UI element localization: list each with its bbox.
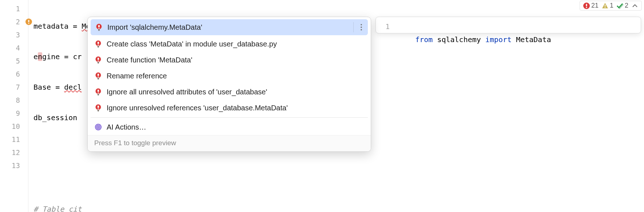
code-line (33, 172, 644, 185)
intention-label: Ignore all unresolved attributes of 'use… (107, 88, 267, 96)
dots-vertical-icon (360, 24, 363, 30)
error-icon (583, 2, 590, 9)
quickfix-preview-panel: 1 from sqlalchemy import MetaData (375, 17, 641, 33)
line-number[interactable]: 9 (0, 107, 28, 120)
inspection-widget[interactable]: 21 1 2 (580, 1, 642, 11)
intention-actions-popup: Import 'sqlalchemy.MetaData' Create clas… (87, 17, 371, 152)
bulb-icon (94, 40, 102, 48)
errors-count: 21 (591, 2, 599, 9)
line-number[interactable]: 1 (0, 2, 28, 15)
line-number[interactable]: 6 (0, 68, 28, 81)
intention-label: Create function 'MetaData' (107, 56, 192, 64)
line-number[interactable]: 4 (0, 41, 28, 54)
line-number[interactable]: 11 (0, 133, 28, 146)
errors-badge[interactable]: 21 (583, 2, 599, 9)
intention-label: AI Actions… (107, 123, 146, 131)
more-options-button[interactable] (353, 22, 363, 32)
intention-label: Rename reference (107, 72, 167, 80)
intention-item-import[interactable]: Import 'sqlalchemy.MetaData' (91, 19, 368, 35)
bulb-icon (94, 56, 102, 64)
intention-item-ignore-refs[interactable]: Ignore unresolved references 'user_datab… (88, 100, 371, 116)
check-icon (616, 2, 624, 9)
preview-code: from sqlalchemy import MetaData (395, 17, 551, 30)
popup-footer-hint: Press F1 to toggle preview (88, 135, 371, 151)
bulb-icon (94, 72, 102, 80)
line-number[interactable]: 12 (0, 146, 28, 159)
bulb-icon (94, 88, 102, 96)
line-number[interactable]: 13 (0, 159, 28, 172)
bulb-icon (94, 104, 102, 112)
intention-label: Create class 'MetaData' in module user_d… (107, 40, 277, 48)
line-number[interactable]: 3 (0, 28, 28, 41)
bulb-icon (95, 23, 103, 31)
preview-line-number: 1 (376, 20, 395, 33)
ai-swirl-icon (94, 123, 102, 131)
warnings-count: 1 (610, 2, 613, 9)
warning-icon (601, 2, 609, 9)
ok-count: 2 (625, 2, 628, 9)
line-number[interactable]: 2 (0, 15, 28, 28)
line-number[interactable]: 8 (0, 94, 28, 107)
warnings-badge[interactable]: 1 (601, 2, 613, 9)
line-number[interactable]: 10 (0, 120, 28, 133)
intention-item-ignore-attrs[interactable]: Ignore all unresolved attributes of 'use… (88, 84, 371, 100)
intention-label: Import 'sqlalchemy.MetaData' (107, 23, 202, 32)
gutter: 1 2 3 4 5 6 7 8 9 10 11 12 13 (0, 0, 28, 212)
ok-badge[interactable]: 2 (616, 2, 628, 9)
line-number[interactable]: 5 (0, 54, 28, 68)
intention-item-ai-actions[interactable]: AI Actions… (88, 119, 371, 135)
intention-item-create-function[interactable]: Create function 'MetaData' (88, 52, 371, 68)
intention-label: Ignore unresolved references 'user_datab… (107, 104, 288, 112)
intention-item-create-class[interactable]: Create class 'MetaData' in module user_d… (88, 36, 371, 52)
line-number[interactable]: 7 (0, 81, 28, 94)
code-line: # Table cit (33, 203, 644, 212)
separator (91, 117, 368, 118)
intention-item-rename[interactable]: Rename reference (88, 68, 371, 84)
chevron-up-icon[interactable] (631, 2, 639, 9)
preview-gutter: 1 (376, 17, 395, 33)
